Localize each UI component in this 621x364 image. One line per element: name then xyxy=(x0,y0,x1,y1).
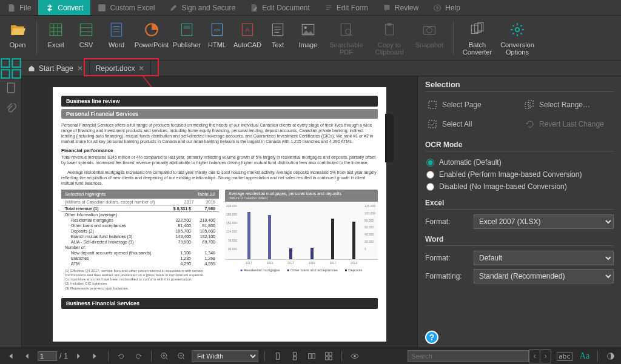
bar-group xyxy=(247,212,250,259)
revert-button[interactable]: Revert Last Change xyxy=(522,116,607,132)
paragraph: Personal Financial Services offers a ful… xyxy=(61,122,378,144)
rotate-ccw-button[interactable] xyxy=(115,350,128,362)
csv-icon xyxy=(78,22,94,38)
excel-label: Excel xyxy=(48,41,64,48)
menu-custom-excel[interactable]: Custom Excel xyxy=(90,0,162,15)
facing-continuous-button[interactable] xyxy=(322,350,335,362)
svg-rect-38 xyxy=(293,352,296,356)
word-button[interactable]: Word xyxy=(101,18,132,58)
page-thumb-tab[interactable] xyxy=(385,114,394,162)
rotate-cw-button[interactable] xyxy=(132,350,145,362)
svg-rect-25 xyxy=(1,59,10,67)
text-button[interactable]: Text xyxy=(263,18,293,58)
excel-button[interactable]: Excel xyxy=(41,18,71,58)
thumbnails-toggle[interactable] xyxy=(0,61,22,76)
last-icon xyxy=(91,352,99,360)
last-page-button[interactable] xyxy=(89,350,102,362)
powerpoint-button[interactable]: PowerPoint xyxy=(132,18,172,58)
select-all-button[interactable]: Select All xyxy=(425,116,510,132)
publisher-button[interactable]: Publisher xyxy=(172,18,202,58)
tab-start-page[interactable]: Start Page✕ xyxy=(22,61,90,76)
conversion-options-button[interactable]: Conversion Options xyxy=(497,18,537,58)
pages-panel-button[interactable] xyxy=(5,82,16,95)
ocr-enabled-radio[interactable]: Enabled (Perform Image-based Conversion) xyxy=(425,168,614,180)
facing-cont-icon xyxy=(324,352,333,360)
first-page-button[interactable] xyxy=(4,350,17,362)
csv-label: CSV xyxy=(79,41,93,48)
zoom-out-button[interactable] xyxy=(175,350,188,362)
gear-icon xyxy=(509,22,525,38)
heading-business-financial: Business Financial Services xyxy=(61,298,378,309)
snapshot-button[interactable]: Snapshot xyxy=(409,18,449,58)
menu-convert[interactable]: Convert xyxy=(38,0,90,15)
single-page-button[interactable] xyxy=(271,350,284,362)
search-input[interactable] xyxy=(408,350,529,362)
svg-point-14 xyxy=(304,27,307,29)
select-all-icon xyxy=(428,119,437,129)
grid-icon xyxy=(0,58,22,79)
word-formatting-select[interactable]: Standard (Recommended) xyxy=(474,269,614,283)
excel-format-select[interactable]: Excel 2007 (XLSX) xyxy=(474,214,614,229)
batch-converter-button[interactable]: Batch Converter xyxy=(457,18,497,58)
bar-group xyxy=(310,248,314,259)
open-button[interactable]: Open xyxy=(2,18,33,58)
review-icon xyxy=(383,4,391,12)
ocr-auto-radio[interactable]: Automatic (Default) xyxy=(425,156,614,168)
contrast-button[interactable] xyxy=(604,350,617,362)
close-icon[interactable]: ✕ xyxy=(138,64,144,73)
svg-rect-37 xyxy=(276,353,279,360)
menu-edit-doc-label: Edit Document xyxy=(262,4,310,12)
zoom-in-button[interactable] xyxy=(158,350,171,362)
copy-clipboard-button[interactable]: Copy to Clipboard xyxy=(369,18,409,58)
document-viewer[interactable]: Business line review Personal Financial … xyxy=(22,76,417,348)
menu-sign-secure[interactable]: Sign and Secure xyxy=(162,0,243,15)
menu-review[interactable]: Review xyxy=(375,0,426,15)
continuous-button[interactable] xyxy=(288,350,301,362)
menu-edit-form[interactable]: Edit Form xyxy=(317,0,375,15)
table-row: Deposits (2)195,700185,600 xyxy=(61,228,219,234)
svg-point-46 xyxy=(354,355,356,357)
svg-rect-41 xyxy=(312,354,315,359)
col-2017: 2017 xyxy=(184,200,194,204)
svg-text:</>: </> xyxy=(214,27,221,33)
menu-help[interactable]: ?Help xyxy=(426,0,468,15)
ocr-disabled-label: Disabled (No Image-based Conversion) xyxy=(439,182,567,191)
search-doc-icon xyxy=(338,22,354,38)
select-range-button[interactable]: Select Range… xyxy=(522,97,607,113)
word-format-select[interactable]: Default xyxy=(474,251,614,265)
publisher-icon xyxy=(179,22,195,38)
facing-button[interactable] xyxy=(305,350,318,362)
svg-rect-33 xyxy=(528,101,533,107)
preview-toggle[interactable] xyxy=(348,350,361,362)
autocad-button[interactable]: AAutoCAD xyxy=(232,18,263,58)
close-icon[interactable]: ✕ xyxy=(77,64,83,73)
image-button[interactable]: Image xyxy=(293,18,323,58)
searchable-label: Searchable PDF xyxy=(324,41,368,56)
match-word-button[interactable]: abc xyxy=(555,350,574,362)
tab-report-docx[interactable]: Report.docx✕ xyxy=(90,61,152,76)
zoom-select[interactable]: Fit Width xyxy=(192,350,258,362)
bar-group xyxy=(331,219,334,259)
html-button[interactable]: </>HTML xyxy=(202,18,232,58)
ocr-disabled-radio[interactable]: Disabled (No Image-based Conversion) xyxy=(425,180,614,193)
menu-file[interactable]: File xyxy=(0,0,38,15)
match-case-button[interactable]: Aa xyxy=(578,350,591,362)
svg-rect-29 xyxy=(7,83,14,93)
csv-button[interactable]: CSV xyxy=(71,18,101,58)
searchable-pdf-button[interactable]: Searchable PDF xyxy=(323,18,369,58)
select-page-button[interactable]: Select Page xyxy=(425,97,510,113)
table-row: ATM4,2904,555 xyxy=(61,261,219,266)
next-page-button[interactable] xyxy=(72,350,85,362)
help-button[interactable]: ? xyxy=(425,331,438,344)
folder-open-icon xyxy=(10,22,25,38)
file-icon xyxy=(7,4,16,12)
svg-rect-43 xyxy=(329,352,332,356)
pen-icon xyxy=(169,4,178,12)
page-input[interactable] xyxy=(38,351,57,361)
menu-edit-document[interactable]: Edit Document xyxy=(243,0,317,15)
search-next-button[interactable]: › xyxy=(540,350,551,363)
attachments-button[interactable] xyxy=(5,104,16,116)
search-prev-button[interactable]: ‹ xyxy=(529,350,540,363)
form-icon xyxy=(324,4,333,12)
prev-page-button[interactable] xyxy=(21,350,34,362)
